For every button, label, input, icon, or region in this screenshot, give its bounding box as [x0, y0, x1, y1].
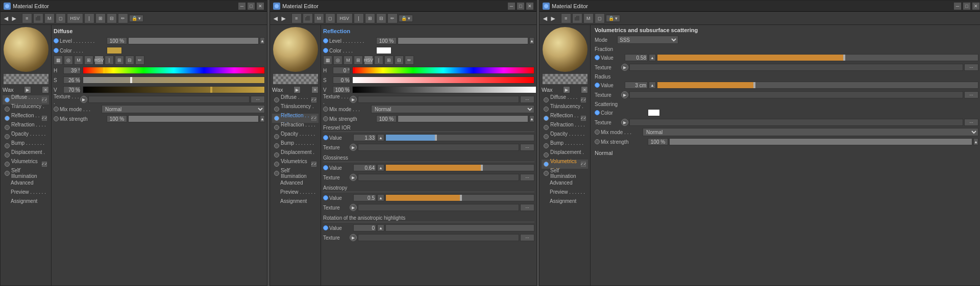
close-btn-3[interactable]: ✕ [972, 3, 979, 10]
val-bar-2[interactable] [352, 86, 534, 93]
v-value-1[interactable] [63, 86, 81, 93]
anisotropy-texture-btn-2[interactable]: ··· [520, 204, 534, 211]
level-value-1[interactable] [107, 37, 127, 44]
rotation-texture-btn-2[interactable]: ··· [520, 234, 534, 241]
arrow-left-1[interactable]: ◄ [3, 14, 10, 22]
wax-close-2[interactable]: ✕ [311, 86, 318, 93]
wax-close-1[interactable]: ✕ [42, 86, 49, 93]
color-radio-1[interactable] [54, 48, 59, 53]
radius-value-3[interactable] [625, 82, 648, 89]
color-swatch-2[interactable] [376, 47, 391, 54]
s-value-1[interactable] [63, 76, 81, 84]
hsv-tool-paste-2[interactable]: ⊟ [395, 56, 404, 65]
nav-advanced-3[interactable]: Advanced [542, 178, 588, 187]
val-bar-1[interactable] [83, 86, 265, 93]
radius-texture-btn-3[interactable]: ··· [964, 91, 978, 98]
mixmode-radio-3[interactable] [595, 129, 600, 135]
mixmode-select-1[interactable]: Normal [102, 105, 265, 113]
scattering-color-radio-3[interactable] [595, 110, 600, 115]
mixstrength-radio-3[interactable] [595, 139, 600, 144]
toolbar-btn-a1[interactable]: ≡ [22, 13, 32, 23]
anisotropy-texture-circle-2[interactable]: ▶ [350, 204, 357, 211]
toolbar-btn-c1[interactable]: M [44, 13, 55, 23]
level-track-2[interactable] [398, 37, 528, 44]
arrow-left-3[interactable]: ◄ [542, 14, 549, 22]
glossiness-value-2[interactable] [353, 164, 376, 171]
anisotropy-slider-2[interactable] [385, 194, 534, 201]
rotation-texture-circle-2[interactable]: ▶ [350, 234, 357, 241]
glossiness-texture-btn-2[interactable]: ··· [520, 174, 534, 181]
fraction-texture-btn-3[interactable]: ··· [964, 64, 978, 71]
arrow-right-2[interactable]: ► [280, 14, 287, 22]
nav-advanced-2[interactable]: Advanced [272, 178, 318, 187]
maximize-btn-1[interactable]: □ [248, 3, 255, 10]
mode-select-3[interactable]: SSS [617, 36, 678, 44]
texture-btn-1[interactable]: ··· [251, 96, 265, 103]
hue-bar-2[interactable] [352, 67, 534, 74]
fraction-texture-circle-3[interactable]: ▶ [621, 64, 628, 71]
mixstrength-track-3[interactable] [669, 138, 972, 145]
mixstrength-radio-2[interactable] [323, 116, 328, 121]
toolbar-btn-g1[interactable]: ⊟ [107, 13, 117, 23]
wax-close-3[interactable]: ✕ [581, 86, 588, 93]
hsv-tool-hsv-2[interactable]: HSV [364, 56, 373, 65]
toolbar-btn-pen1[interactable]: ✏ [118, 13, 128, 23]
fraction-slider-3[interactable] [657, 54, 978, 61]
hue-bar-1[interactable] [83, 67, 265, 74]
color-radio-2[interactable] [323, 48, 328, 53]
minimize-btn-1[interactable]: ─ [238, 3, 246, 10]
toolbar-btn-a2[interactable]: ≡ [291, 13, 302, 23]
anisotropy-step-2[interactable]: ▲ [377, 194, 384, 201]
h-value-1[interactable] [63, 67, 81, 74]
mixmode-radio-1[interactable] [54, 107, 59, 112]
toolbar-btn-hsv1[interactable]: HSV [67, 13, 83, 23]
texture-btn-2[interactable]: ··· [520, 96, 534, 103]
wax-arrow-3[interactable]: ▶ [563, 86, 570, 93]
v-value-2[interactable] [333, 86, 350, 93]
arrow-left-2[interactable]: ◄ [272, 14, 279, 22]
mixstrength-step-1[interactable]: ▲ [260, 115, 265, 122]
minimize-btn-3[interactable]: ─ [954, 3, 961, 10]
rotation-step-2[interactable]: ▲ [377, 224, 384, 231]
nav-selfillum-3[interactable]: Self Illumination [542, 169, 588, 178]
level-radio-2[interactable] [323, 38, 328, 43]
texture-circle-2[interactable]: ▶ [350, 96, 357, 103]
fresnel-texture-circle-2[interactable]: ▶ [350, 144, 357, 151]
toolbar-btn-g2[interactable]: ⊟ [376, 13, 386, 23]
mixstrength-radio-1[interactable] [54, 116, 59, 121]
level-radio-1[interactable] [54, 38, 59, 43]
glossiness-texture-circle-2[interactable]: ▶ [350, 174, 357, 181]
hsv-tool-pen-1[interactable]: ✏ [135, 56, 144, 65]
level-step-2[interactable]: ▲ [529, 37, 534, 44]
hsv-tool-grid-2[interactable]: ⊞ [354, 56, 363, 65]
lock-btn-3[interactable]: 🔒 ▾ [606, 15, 621, 22]
toolbar-btn-d1[interactable]: ◻ [56, 13, 66, 23]
nav-advanced-1[interactable]: Advanced [3, 178, 49, 187]
mixmode-radio-2[interactable] [323, 107, 328, 112]
wax-arrow-2[interactable]: ▶ [293, 86, 301, 93]
lock-btn-2[interactable]: 🔒 ▾ [399, 15, 413, 22]
hsv-tool-sphere-2[interactable]: ◎ [333, 56, 342, 65]
mixstrength-track-1[interactable] [128, 115, 259, 122]
hsv-tool-line-2[interactable]: | [374, 56, 383, 65]
fresnel-radio-2[interactable] [323, 135, 328, 140]
fraction-step-3[interactable]: ▲ [649, 54, 656, 61]
hsv-tool-copy-2[interactable]: ⊞ [384, 56, 394, 65]
radius-slider-3[interactable] [657, 82, 978, 89]
mixstrength-step-3[interactable]: ▲ [973, 138, 978, 145]
hsv-tool-line-1[interactable]: | [105, 56, 114, 65]
mixstrength-step-2[interactable]: ▲ [529, 115, 534, 122]
mixstrength-track-2[interactable] [398, 115, 528, 122]
scattering-texture-circle-3[interactable]: ▶ [621, 119, 628, 126]
nav-selfillum-2[interactable]: Self Illumination [272, 169, 318, 178]
radius-step-3[interactable]: ▲ [649, 82, 656, 89]
hsv-tool-pen-2[interactable]: ✏ [405, 56, 414, 65]
fresnel-step-2[interactable]: ▲ [377, 134, 384, 141]
toolbar-btn-c2[interactable]: M [314, 13, 324, 23]
texture-circle-1[interactable]: ▶ [80, 96, 87, 103]
level-step-up-1[interactable]: ▲ [260, 37, 265, 44]
nav-preview-2[interactable]: Preview . . . . . . [272, 187, 318, 196]
toolbar-btn-d2[interactable]: ◻ [325, 13, 335, 23]
wax-arrow-1[interactable]: ▶ [24, 86, 31, 93]
radius-radio-3[interactable] [595, 83, 600, 88]
